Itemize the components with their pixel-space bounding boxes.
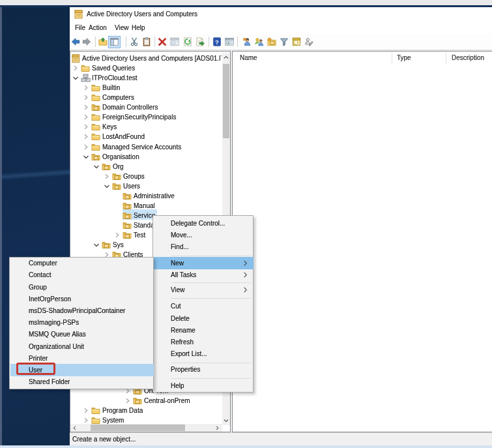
svg-text:?: ? (215, 38, 219, 46)
